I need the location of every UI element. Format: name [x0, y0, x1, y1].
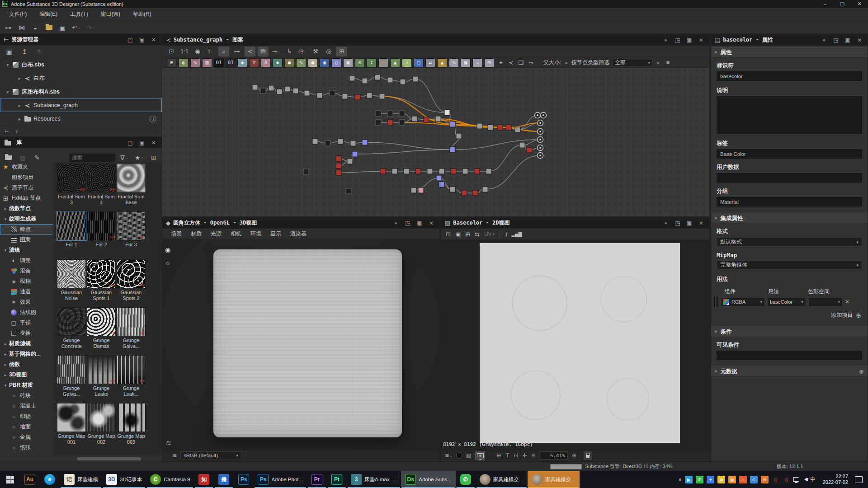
- category-基于网格的...[interactable]: ▸基于网格的...: [0, 349, 53, 359]
- view3d-menu-环境[interactable]: 环境: [246, 230, 265, 238]
- link-creation-button[interactable]: ⊶: [231, 47, 242, 56]
- search-input[interactable]: [72, 155, 113, 160]
- category-混合[interactable]: 混合: [0, 266, 53, 276]
- exposure-button[interactable]: ◎: [323, 47, 334, 56]
- category-收藏夹[interactable]: ★收藏夹: [0, 162, 53, 172]
- copy-image-icon[interactable]: ⊡: [446, 231, 451, 238]
- identifier-input[interactable]: basecolor: [717, 71, 862, 81]
- float-icon[interactable]: ◳: [403, 219, 412, 227]
- graph-node[interactable]: [418, 188, 424, 193]
- close-icon[interactable]: ✕: [697, 36, 706, 44]
- crystal-2-node-button[interactable]: ◆: [273, 58, 283, 67]
- pattern-01-node-button[interactable]: 01: [226, 58, 236, 67]
- graph-node[interactable]: [336, 156, 341, 161]
- open-folder-button[interactable]: [43, 23, 54, 33]
- rounded-cube-mesh[interactable]: [213, 249, 402, 437]
- tray-pinwheel-icon[interactable]: ✿: [717, 476, 725, 483]
- taskbar-Adobe Subs...[interactable]: DsAdobe Subs...: [401, 471, 455, 488]
- graph-node[interactable]: [399, 111, 405, 116]
- group-input[interactable]: Material: [717, 197, 862, 206]
- view3d-menu-光源[interactable]: 光源: [207, 230, 226, 238]
- taskbar-3D记事本[interactable]: 3D3D记事本: [102, 471, 146, 488]
- float-icon[interactable]: ◳: [831, 36, 840, 44]
- bitmap-node-button[interactable]: ▨: [202, 58, 212, 67]
- output-node[interactable]: [538, 145, 543, 151]
- graph-node[interactable]: [506, 125, 511, 130]
- graph-node[interactable]: [277, 89, 282, 94]
- material-link-button[interactable]: ⊸⌄: [271, 47, 282, 56]
- graph-node[interactable]: [497, 125, 503, 130]
- save-image-icon[interactable]: ▣: [455, 231, 461, 238]
- graph-node[interactable]: [336, 163, 341, 169]
- expander-icon[interactable]: ▸: [15, 76, 24, 81]
- tray-qq-1-icon[interactable]: Q: [772, 476, 779, 483]
- category-图形项目[interactable]: 图形项目: [0, 172, 53, 183]
- thumbnail-Grunge Damas[interactable]: Grunge Damas: [87, 307, 116, 355]
- text-node-button[interactable]: A: [261, 58, 271, 67]
- thumbnail-Gaussian Noise[interactable]: Gaussian Noise: [57, 259, 86, 307]
- thumbnail-Fur 3[interactable]: Fur 3: [117, 211, 146, 259]
- camera-icon[interactable]: ◉: [165, 246, 171, 253]
- graph-node[interactable]: [376, 111, 381, 116]
- volume-icon[interactable]: [802, 478, 807, 481]
- pin-icon[interactable]: ⌖: [661, 219, 670, 227]
- tray-box-icon[interactable]: ⊞: [761, 476, 769, 483]
- graph-node[interactable]: [450, 147, 455, 152]
- float-icon[interactable]: ◳: [673, 36, 682, 44]
- light-icon[interactable]: ☼: [165, 259, 171, 266]
- close-icon[interactable]: ✕: [697, 219, 706, 227]
- section-attributes[interactable]: ▾属性: [711, 47, 868, 58]
- pin-icon[interactable]: ⌖: [392, 219, 401, 227]
- maximize-icon[interactable]: ▣: [415, 219, 424, 227]
- graph-node[interactable]: [317, 93, 322, 98]
- tray-video-icon[interactable]: ▶: [685, 476, 693, 483]
- taskbar-家具建模交...[interactable]: 家具建模交...: [528, 471, 580, 488]
- category-图案[interactable]: 图案: [0, 235, 53, 245]
- category-平铺[interactable]: ▢平铺: [0, 318, 53, 328]
- graph-node[interactable]: [527, 147, 532, 153]
- expander-icon[interactable]: ▾: [4, 89, 12, 94]
- view3d-canvas[interactable]: ◉ ☼ ≋: [162, 239, 439, 449]
- thumbnail-Fractal Sum 4[interactable]: Fractal Sum 4: [87, 164, 116, 211]
- tiling-icon[interactable]: ▥: [466, 452, 471, 459]
- fx-square-node-button[interactable]: ⊡: [484, 58, 494, 67]
- category-纹理生成器[interactable]: ▾纹理生成器: [0, 214, 53, 224]
- category-滤镜[interactable]: ▾滤镜: [0, 245, 53, 255]
- graph-node[interactable]: [519, 142, 525, 148]
- category-地面[interactable]: ○地面: [0, 422, 53, 432]
- dot-icon[interactable]: ⊸: [526, 58, 536, 67]
- category-混凝土[interactable]: ○混凝土: [0, 401, 53, 411]
- remove-usage-icon[interactable]: ✕: [845, 299, 849, 305]
- info-badge-icon[interactable]: i: [150, 116, 156, 122]
- taskbar-ps[interactable]: Ps: [234, 471, 254, 488]
- info-icon[interactable]: i: [15, 128, 17, 135]
- description-textarea[interactable]: [717, 96, 862, 134]
- graph-node[interactable]: [325, 141, 330, 146]
- fit-view-icon[interactable]: ⊡: [514, 452, 519, 459]
- node-type-filter-select[interactable]: 全部▾: [612, 59, 653, 67]
- category-FxMap 节点[interactable]: ⊞FxMap 节点: [0, 193, 53, 203]
- expander-icon[interactable]: ▾: [2, 383, 9, 388]
- graph-node[interactable]: [515, 127, 520, 132]
- graph-node[interactable]: [252, 84, 258, 90]
- graph-node[interactable]: [456, 133, 462, 139]
- fx-arrow-node-button[interactable]: ↘: [472, 58, 482, 67]
- colorspace-select[interactable]: ▾: [808, 297, 843, 307]
- taskbar-床垫建模[interactable]: 记床垫建模: [60, 471, 102, 488]
- graph-node[interactable]: [399, 120, 405, 125]
- graph-node[interactable]: [488, 125, 493, 130]
- graph-node[interactable]: [349, 75, 355, 81]
- taskbar-wechat[interactable]: ✆: [456, 471, 476, 488]
- uniform-color-node-button[interactable]: ◐: [179, 58, 189, 67]
- subgraph-icon[interactable]: ≺: [506, 58, 516, 67]
- graph-node[interactable]: [392, 169, 397, 174]
- view3d-menu-显示[interactable]: 显示: [266, 230, 285, 238]
- graph-node[interactable]: [444, 110, 450, 115]
- properties-tab-title[interactable]: basecolor - 属性: [723, 36, 773, 44]
- graph-node[interactable]: [367, 93, 372, 98]
- taskbar-start[interactable]: [0, 471, 20, 488]
- tag-input[interactable]: Base Color: [717, 149, 862, 159]
- thumbnail-Grunge Galva...[interactable]: Grunge Galva...: [57, 355, 86, 403]
- graph-node[interactable]: [427, 169, 433, 174]
- menu-item-工具(T)[interactable]: 工具(T): [64, 8, 94, 21]
